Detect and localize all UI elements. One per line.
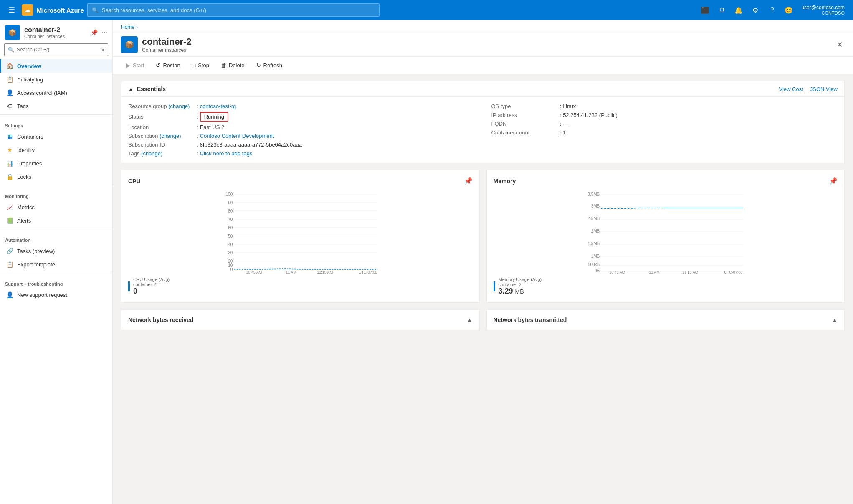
cpu-chart-svg: 100 90 80 70 60 50 40 30 20 10 0 — [128, 190, 473, 274]
breadcrumb-separator: › — [136, 24, 138, 30]
sidebar-more-icon[interactable]: ··· — [102, 29, 107, 36]
main-content: ▲ Essentials View Cost JSON View Resourc… — [113, 74, 853, 504]
page-title-row: 📦 container-2 Container instances ✕ — [121, 36, 845, 56]
essentials-value-tags[interactable]: Click here to add tags — [200, 150, 253, 157]
sidebar-item-properties[interactable]: 📊 Properties — [0, 157, 112, 170]
cpu-pin-icon[interactable]: 📌 — [464, 177, 473, 185]
restart-button[interactable]: ↺ Restart — [151, 60, 185, 71]
user-name: user@contoso.com — [801, 5, 845, 10]
sidebar-item-identity[interactable]: ★ Identity — [0, 143, 112, 157]
essentials-value-rg[interactable]: contoso-test-rg — [200, 103, 236, 109]
essentials-value-subscription[interactable]: Contoso Content Development — [200, 133, 274, 139]
sidebar: 📦 container-2 Container instances 📌 ··· … — [0, 20, 113, 504]
sidebar-item-export-template[interactable]: 📋 Export template — [0, 258, 112, 271]
essentials-value-location: East US 2 — [200, 124, 225, 130]
page-resource-icon: 📦 — [121, 36, 138, 53]
sidebar-item-overview[interactable]: 🏠 Overview — [0, 59, 112, 73]
network-transmitted-collapse-icon[interactable]: ▲ — [832, 317, 838, 323]
restart-icon: ↺ — [156, 62, 160, 68]
view-cost-link[interactable]: View Cost — [779, 86, 803, 92]
sidebar-item-locks[interactable]: 🔒 Locks — [0, 170, 112, 183]
sidebar-item-label: Tasks (preview) — [17, 248, 55, 254]
cpu-chart-header: CPU 📌 — [128, 177, 473, 185]
bottom-charts-row: Network bytes received ▲ Network bytes t… — [121, 309, 845, 330]
sidebar-item-metrics[interactable]: 📈 Metrics — [0, 200, 112, 214]
top-nav-icons: ⬛ ⧉ 🔔 ⚙ ? 😊 user@contoso.com CONTOSO — [698, 3, 848, 18]
user-info[interactable]: user@contoso.com CONTOSO — [798, 5, 848, 15]
essentials-label-os: OS type — [491, 103, 558, 109]
azure-icon: ☁ — [22, 4, 33, 16]
sidebar-item-activity-log[interactable]: 📋 Activity log — [0, 73, 112, 86]
essentials-label-ip: IP address — [491, 112, 558, 118]
delete-label: Delete — [229, 62, 245, 68]
essentials-row-os: OS type : Linux — [491, 102, 838, 111]
stop-button[interactable]: □ Stop — [187, 60, 214, 71]
essentials-value-os: Linux — [563, 103, 576, 109]
svg-text:3MB: 3MB — [591, 204, 600, 208]
sidebar-search-placeholder: Search (Ctrl+/) — [17, 47, 49, 53]
network-received-card: Network bytes received ▲ — [121, 309, 480, 330]
essentials-sep-os: : — [560, 103, 562, 109]
delete-button[interactable]: 🗑 Delete — [216, 60, 250, 71]
essentials-row-subscription: Subscription (change) : Contoso Content … — [128, 132, 475, 140]
access-control-icon: 👤 — [6, 89, 13, 96]
memory-pin-icon[interactable]: 📌 — [829, 177, 838, 185]
essentials-collapse-icon[interactable]: ▲ — [128, 86, 134, 92]
sidebar-item-alerts[interactable]: 📗 Alerts — [0, 214, 112, 227]
essentials-row-status: Status : Running — [128, 111, 475, 123]
sidebar-item-access-control[interactable]: 👤 Access control (IAM) — [0, 86, 112, 99]
sidebar-item-label: Identity — [17, 147, 35, 153]
essentials-sep-tags: : — [197, 150, 198, 157]
essentials-value-fqdn: --- — [563, 121, 568, 127]
memory-legend-value: 3.29 MB — [499, 287, 542, 296]
essentials-sep-subid: : — [197, 142, 198, 148]
refresh-button[interactable]: ↻ Refresh — [251, 60, 288, 71]
brand-logo[interactable]: ☁ Microsoft Azure — [22, 4, 84, 16]
sidebar-item-tags[interactable]: 🏷 Tags — [0, 99, 112, 113]
notifications-icon[interactable]: 🔔 — [731, 3, 746, 18]
network-received-collapse-icon[interactable]: ▲ — [467, 317, 473, 323]
page-subtitle: Container instances — [142, 47, 192, 53]
sidebar-resource-name: container-2 — [24, 26, 65, 34]
sidebar-search-icon: 🔍 — [8, 47, 14, 53]
memory-legend-label: Memory Usage (Avg) — [499, 277, 542, 282]
essentials-label-location: Location — [128, 124, 195, 130]
cpu-chart-legend: CPU Usage (Avg) container-2 0 — [128, 277, 473, 296]
sidebar-pin-icon[interactable]: 📌 — [91, 29, 98, 36]
cloud-shell-icon[interactable]: ⬛ — [698, 3, 713, 18]
essentials-right: OS type : Linux IP address : 52.254.41.2… — [491, 102, 838, 158]
sidebar-item-tasks[interactable]: 🔗 Tasks (preview) — [0, 244, 112, 258]
overview-icon: 🏠 — [6, 63, 13, 69]
essentials-label-container-count: Container count — [491, 129, 558, 136]
sidebar-search[interactable]: 🔍 Search (Ctrl+/) « — [4, 43, 108, 56]
sidebar-collapse-button[interactable]: « — [101, 47, 104, 53]
hamburger-menu[interactable]: ☰ — [5, 4, 18, 16]
essentials-value-sub-id: 8fb323e3-aaaa-aaaa-a772-5be04a2c0aaa — [200, 142, 302, 148]
sidebar-item-label: Locks — [17, 174, 31, 180]
close-button[interactable]: ✕ — [835, 38, 845, 51]
json-view-link[interactable]: JSON View — [810, 86, 838, 92]
memory-legend-sub: container-2 — [499, 282, 542, 287]
memory-chart-title: Memory — [494, 178, 516, 185]
settings-icon[interactable]: ⚙ — [748, 3, 763, 18]
breadcrumb: Home › — [113, 20, 853, 33]
directory-icon[interactable]: ⧉ — [714, 3, 729, 18]
page-title: container-2 — [142, 36, 192, 47]
essentials-label-tags: Tags (change) — [128, 150, 195, 157]
svg-text:40: 40 — [228, 242, 233, 247]
essentials-row-container-count: Container count : 1 — [491, 128, 838, 137]
start-icon: ▶ — [126, 62, 130, 68]
metrics-icon: 📈 — [6, 204, 13, 210]
breadcrumb-home[interactable]: Home — [121, 24, 134, 30]
sidebar-item-containers[interactable]: ▦ Containers — [0, 130, 112, 143]
svg-text:90: 90 — [228, 200, 233, 205]
cpu-chart-card: CPU 📌 100 90 80 70 60 50 40 — [121, 170, 480, 303]
global-search[interactable]: 🔍 Search resources, services, and docs (… — [87, 3, 380, 17]
network-transmitted-title: Network bytes transmitted — [494, 317, 567, 323]
sidebar-item-new-support[interactable]: 👤 New support request — [0, 288, 112, 301]
start-button[interactable]: ▶ Start — [121, 60, 149, 71]
brand-name: Microsoft Azure — [37, 7, 84, 14]
sidebar-nav: 🏠 Overview 📋 Activity log 👤 Access contr… — [0, 59, 112, 504]
account-icon[interactable]: 😊 — [781, 3, 796, 18]
help-icon[interactable]: ? — [764, 3, 780, 18]
